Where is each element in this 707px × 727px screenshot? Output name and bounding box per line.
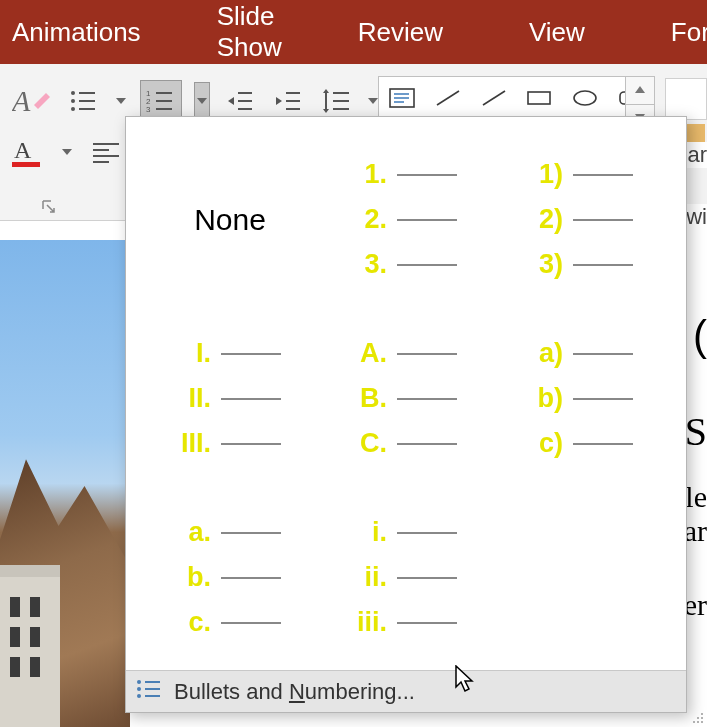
shape-line[interactable]: [425, 77, 471, 118]
font-dialog-launcher[interactable]: [42, 200, 56, 214]
svg-rect-43: [528, 92, 550, 104]
numbering-option-none[interactable]: None: [146, 132, 314, 307]
numbering-option-upper-roman[interactable]: I. II. III.: [146, 311, 314, 486]
svg-text:A: A: [14, 137, 32, 163]
svg-point-3: [71, 99, 75, 103]
numbering-option-lower-roman[interactable]: i. ii. iii.: [322, 490, 490, 665]
tab-slide-show[interactable]: Slide Show: [189, 0, 310, 64]
svg-line-41: [437, 91, 459, 105]
slide-image: [0, 240, 130, 727]
svg-point-1: [71, 91, 75, 95]
cutoff-text-7: er: [684, 588, 707, 622]
svg-point-56: [693, 721, 695, 723]
bullets-button[interactable]: [66, 83, 102, 119]
svg-rect-28: [12, 162, 40, 167]
cutoff-text-6: ar: [684, 514, 707, 548]
svg-point-5: [71, 107, 75, 111]
none-label: None: [194, 203, 266, 237]
svg-point-51: [137, 694, 141, 698]
font-color-button[interactable]: A: [10, 134, 46, 170]
decrease-indent-button[interactable]: [222, 83, 258, 119]
align-left-button[interactable]: [88, 134, 124, 170]
tab-format[interactable]: Format: [643, 0, 707, 64]
tab-review[interactable]: Review: [330, 0, 471, 64]
svg-point-49: [137, 687, 141, 691]
cutoff-text-4: S: [685, 408, 707, 455]
cutoff-text-2: wi: [686, 204, 707, 230]
ribbon-tab-strip: Animations Slide Show Review View Format: [0, 0, 707, 64]
numbering-option-lower-alpha-paren[interactable]: a) b) c): [498, 311, 666, 486]
numbering-option-arabic-paren[interactable]: 1) 2) 3): [498, 132, 666, 307]
increase-indent-button[interactable]: [270, 83, 306, 119]
list-icon: [136, 679, 162, 705]
footer-label: Bullets and Numbering...: [174, 679, 415, 705]
tab-animations[interactable]: Animations: [0, 0, 169, 64]
shape-line-2[interactable]: [471, 77, 517, 118]
svg-point-57: [697, 721, 699, 723]
shape-fill-button[interactable]: [665, 78, 707, 120]
numbering-option-empty: [498, 490, 666, 665]
numbering-option-arabic-period[interactable]: 1. 2. 3.: [322, 132, 490, 307]
svg-point-55: [701, 717, 703, 719]
line-spacing-button[interactable]: [318, 83, 354, 119]
svg-text:3: 3: [146, 105, 151, 113]
shape-textbox[interactable]: [379, 77, 425, 118]
svg-text:A: A: [12, 84, 31, 117]
numbering-option-upper-alpha[interactable]: A. B. C.: [322, 311, 490, 486]
cutoff-text-1: ar: [687, 142, 707, 168]
resize-grip-icon[interactable]: [690, 710, 704, 724]
numbering-dropdown-arrow[interactable]: [194, 82, 210, 120]
svg-line-42: [483, 91, 505, 105]
tab-view[interactable]: View: [501, 0, 613, 64]
shapes-scroll-up[interactable]: [626, 77, 654, 105]
svg-point-53: [701, 713, 703, 715]
bullets-dropdown-arrow[interactable]: [114, 83, 128, 119]
cutoff-text-3: (: [693, 312, 707, 360]
shape-oval[interactable]: [562, 77, 608, 118]
cutoff-text-5: le: [685, 480, 707, 514]
numbering-option-lower-alpha-period[interactable]: a. b. c.: [146, 490, 314, 665]
svg-point-47: [137, 680, 141, 684]
shape-rectangle[interactable]: [516, 77, 562, 118]
svg-point-44: [574, 91, 596, 105]
clear-formatting-button[interactable]: A: [10, 79, 54, 123]
bullets-and-numbering-menu-item[interactable]: Bullets and Numbering...: [126, 670, 686, 712]
numbering-dropdown: None 1. 2. 3. 1) 2) 3) I. II. III. A. B.…: [125, 116, 687, 713]
svg-point-54: [697, 717, 699, 719]
svg-point-58: [701, 721, 703, 723]
font-color-dropdown-arrow[interactable]: [60, 134, 74, 170]
